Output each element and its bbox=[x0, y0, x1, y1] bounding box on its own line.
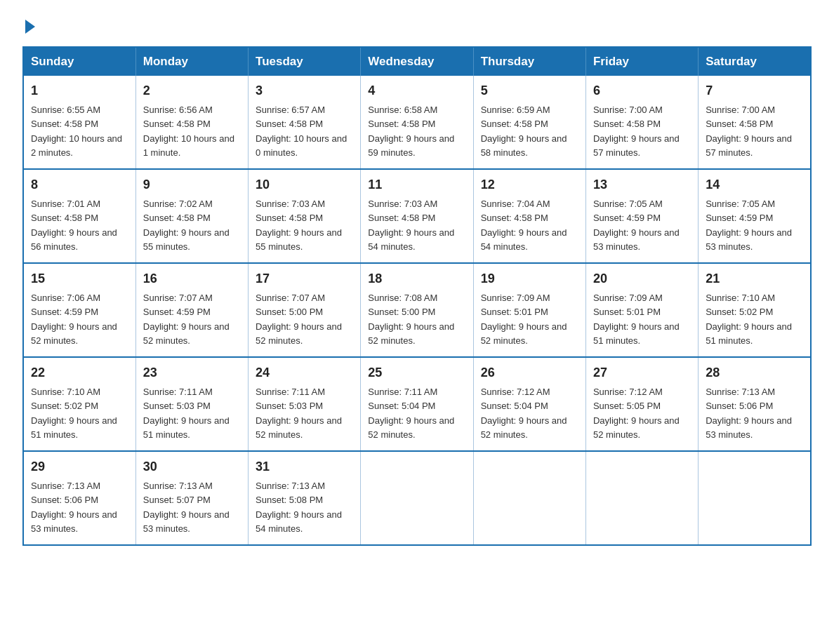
calendar-day-cell: 4 Sunrise: 6:58 AMSunset: 4:58 PMDayligh… bbox=[361, 76, 473, 169]
calendar-header-row: SundayMondayTuesdayWednesdayThursdayFrid… bbox=[23, 47, 811, 76]
day-info: Sunrise: 7:08 AMSunset: 5:00 PMDaylight:… bbox=[368, 293, 454, 346]
logo bbox=[22, 17, 35, 34]
calendar-day-cell bbox=[473, 451, 585, 545]
calendar-day-cell: 1 Sunrise: 6:55 AMSunset: 4:58 PMDayligh… bbox=[23, 76, 135, 169]
day-info: Sunrise: 7:03 AMSunset: 4:58 PMDaylight:… bbox=[368, 199, 454, 252]
day-info: Sunrise: 7:13 AMSunset: 5:06 PMDaylight:… bbox=[706, 387, 792, 440]
day-number: 30 bbox=[143, 457, 241, 476]
calendar-day-cell: 6 Sunrise: 7:00 AMSunset: 4:58 PMDayligh… bbox=[585, 76, 698, 169]
day-info: Sunrise: 6:57 AMSunset: 4:58 PMDaylight:… bbox=[256, 105, 347, 158]
day-info: Sunrise: 7:13 AMSunset: 5:06 PMDaylight:… bbox=[31, 481, 117, 534]
day-info: Sunrise: 7:10 AMSunset: 5:02 PMDaylight:… bbox=[31, 387, 117, 440]
day-info: Sunrise: 7:05 AMSunset: 4:59 PMDaylight:… bbox=[593, 199, 680, 252]
day-number: 25 bbox=[368, 363, 465, 382]
day-number: 18 bbox=[368, 269, 465, 288]
day-number: 22 bbox=[31, 363, 128, 382]
calendar-day-cell: 15 Sunrise: 7:06 AMSunset: 4:59 PMDaylig… bbox=[23, 263, 135, 357]
day-info: Sunrise: 7:11 AMSunset: 5:03 PMDaylight:… bbox=[256, 387, 342, 440]
day-number: 11 bbox=[368, 175, 465, 194]
calendar-day-cell: 23 Sunrise: 7:11 AMSunset: 5:03 PMDaylig… bbox=[135, 357, 248, 451]
day-info: Sunrise: 6:55 AMSunset: 4:58 PMDaylight:… bbox=[31, 105, 122, 158]
logo-arrow-icon bbox=[25, 20, 35, 34]
day-number: 20 bbox=[593, 269, 691, 288]
calendar-day-cell: 21 Sunrise: 7:10 AMSunset: 5:02 PMDaylig… bbox=[699, 263, 811, 357]
calendar-day-cell bbox=[585, 451, 698, 545]
calendar-week-row: 22 Sunrise: 7:10 AMSunset: 5:02 PMDaylig… bbox=[23, 357, 811, 451]
calendar-day-cell: 9 Sunrise: 7:02 AMSunset: 4:58 PMDayligh… bbox=[135, 169, 248, 263]
day-number: 19 bbox=[481, 269, 578, 288]
day-info: Sunrise: 6:58 AMSunset: 4:58 PMDaylight:… bbox=[368, 105, 454, 158]
day-info: Sunrise: 7:05 AMSunset: 4:59 PMDaylight:… bbox=[706, 199, 792, 252]
calendar-day-cell: 20 Sunrise: 7:09 AMSunset: 5:01 PMDaylig… bbox=[585, 263, 698, 357]
calendar-day-cell: 16 Sunrise: 7:07 AMSunset: 4:59 PMDaylig… bbox=[135, 263, 248, 357]
day-info: Sunrise: 7:09 AMSunset: 5:01 PMDaylight:… bbox=[593, 293, 680, 346]
day-info: Sunrise: 7:12 AMSunset: 5:05 PMDaylight:… bbox=[593, 387, 680, 440]
day-info: Sunrise: 7:11 AMSunset: 5:03 PMDaylight:… bbox=[143, 387, 230, 440]
day-info: Sunrise: 7:00 AMSunset: 4:58 PMDaylight:… bbox=[706, 105, 792, 158]
weekday-header-monday: Monday bbox=[135, 47, 248, 76]
day-number: 14 bbox=[706, 175, 803, 194]
day-info: Sunrise: 7:01 AMSunset: 4:58 PMDaylight:… bbox=[31, 199, 117, 252]
calendar-day-cell: 30 Sunrise: 7:13 AMSunset: 5:07 PMDaylig… bbox=[135, 451, 248, 545]
day-info: Sunrise: 6:56 AMSunset: 4:58 PMDaylight:… bbox=[143, 105, 234, 158]
day-info: Sunrise: 7:02 AMSunset: 4:58 PMDaylight:… bbox=[143, 199, 230, 252]
calendar-day-cell: 28 Sunrise: 7:13 AMSunset: 5:06 PMDaylig… bbox=[699, 357, 811, 451]
day-number: 17 bbox=[256, 269, 353, 288]
page-header bbox=[22, 17, 812, 34]
calendar-day-cell bbox=[699, 451, 811, 545]
day-info: Sunrise: 7:10 AMSunset: 5:02 PMDaylight:… bbox=[706, 293, 792, 346]
calendar-week-row: 15 Sunrise: 7:06 AMSunset: 4:59 PMDaylig… bbox=[23, 263, 811, 357]
day-number: 24 bbox=[256, 363, 353, 382]
calendar-day-cell: 29 Sunrise: 7:13 AMSunset: 5:06 PMDaylig… bbox=[23, 451, 135, 545]
day-number: 5 bbox=[481, 81, 578, 100]
calendar-day-cell: 8 Sunrise: 7:01 AMSunset: 4:58 PMDayligh… bbox=[23, 169, 135, 263]
day-info: Sunrise: 6:59 AMSunset: 4:58 PMDaylight:… bbox=[481, 105, 567, 158]
day-number: 3 bbox=[256, 81, 353, 100]
day-number: 28 bbox=[706, 363, 803, 382]
calendar-day-cell: 27 Sunrise: 7:12 AMSunset: 5:05 PMDaylig… bbox=[585, 357, 698, 451]
day-info: Sunrise: 7:12 AMSunset: 5:04 PMDaylight:… bbox=[481, 387, 567, 440]
day-number: 27 bbox=[593, 363, 691, 382]
calendar-day-cell bbox=[361, 451, 473, 545]
calendar-table: SundayMondayTuesdayWednesdayThursdayFrid… bbox=[22, 46, 812, 546]
weekday-header-sunday: Sunday bbox=[23, 47, 135, 76]
day-info: Sunrise: 7:06 AMSunset: 4:59 PMDaylight:… bbox=[31, 293, 117, 346]
day-number: 26 bbox=[481, 363, 578, 382]
day-info: Sunrise: 7:00 AMSunset: 4:58 PMDaylight:… bbox=[593, 105, 680, 158]
day-number: 7 bbox=[706, 81, 803, 100]
calendar-week-row: 29 Sunrise: 7:13 AMSunset: 5:06 PMDaylig… bbox=[23, 451, 811, 545]
calendar-day-cell: 26 Sunrise: 7:12 AMSunset: 5:04 PMDaylig… bbox=[473, 357, 585, 451]
weekday-header-friday: Friday bbox=[585, 47, 698, 76]
calendar-day-cell: 13 Sunrise: 7:05 AMSunset: 4:59 PMDaylig… bbox=[585, 169, 698, 263]
day-number: 31 bbox=[256, 457, 353, 476]
weekday-header-tuesday: Tuesday bbox=[249, 47, 361, 76]
day-number: 9 bbox=[143, 175, 241, 194]
day-number: 10 bbox=[256, 175, 353, 194]
day-number: 23 bbox=[143, 363, 241, 382]
calendar-day-cell: 2 Sunrise: 6:56 AMSunset: 4:58 PMDayligh… bbox=[135, 76, 248, 169]
day-number: 4 bbox=[368, 81, 465, 100]
calendar-day-cell: 3 Sunrise: 6:57 AMSunset: 4:58 PMDayligh… bbox=[249, 76, 361, 169]
calendar-day-cell: 19 Sunrise: 7:09 AMSunset: 5:01 PMDaylig… bbox=[473, 263, 585, 357]
calendar-day-cell: 12 Sunrise: 7:04 AMSunset: 4:58 PMDaylig… bbox=[473, 169, 585, 263]
calendar-day-cell: 24 Sunrise: 7:11 AMSunset: 5:03 PMDaylig… bbox=[249, 357, 361, 451]
calendar-day-cell: 14 Sunrise: 7:05 AMSunset: 4:59 PMDaylig… bbox=[699, 169, 811, 263]
day-info: Sunrise: 7:07 AMSunset: 4:59 PMDaylight:… bbox=[143, 293, 230, 346]
weekday-header-wednesday: Wednesday bbox=[361, 47, 473, 76]
calendar-day-cell: 31 Sunrise: 7:13 AMSunset: 5:08 PMDaylig… bbox=[249, 451, 361, 545]
day-number: 29 bbox=[31, 457, 128, 476]
day-number: 2 bbox=[143, 81, 241, 100]
calendar-week-row: 8 Sunrise: 7:01 AMSunset: 4:58 PMDayligh… bbox=[23, 169, 811, 263]
calendar-day-cell: 17 Sunrise: 7:07 AMSunset: 5:00 PMDaylig… bbox=[249, 263, 361, 357]
calendar-day-cell: 10 Sunrise: 7:03 AMSunset: 4:58 PMDaylig… bbox=[249, 169, 361, 263]
calendar-week-row: 1 Sunrise: 6:55 AMSunset: 4:58 PMDayligh… bbox=[23, 76, 811, 169]
weekday-header-saturday: Saturday bbox=[699, 47, 811, 76]
day-number: 8 bbox=[31, 175, 128, 194]
day-info: Sunrise: 7:09 AMSunset: 5:01 PMDaylight:… bbox=[481, 293, 567, 346]
day-info: Sunrise: 7:13 AMSunset: 5:08 PMDaylight:… bbox=[256, 481, 342, 534]
day-number: 13 bbox=[593, 175, 691, 194]
calendar-day-cell: 25 Sunrise: 7:11 AMSunset: 5:04 PMDaylig… bbox=[361, 357, 473, 451]
weekday-header-thursday: Thursday bbox=[473, 47, 585, 76]
day-info: Sunrise: 7:07 AMSunset: 5:00 PMDaylight:… bbox=[256, 293, 342, 346]
calendar-day-cell: 11 Sunrise: 7:03 AMSunset: 4:58 PMDaylig… bbox=[361, 169, 473, 263]
